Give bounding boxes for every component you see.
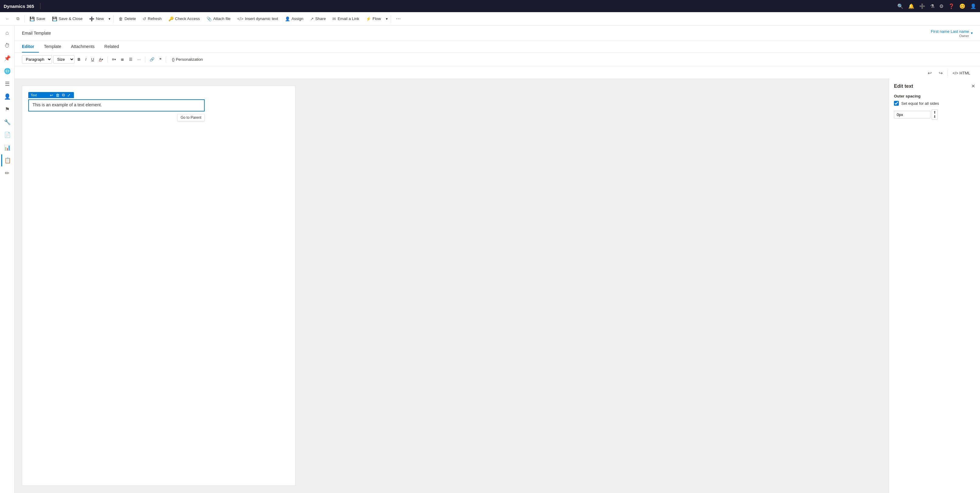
- owner-chevron-icon[interactable]: ▾: [971, 31, 973, 35]
- back-button[interactable]: ←: [2, 14, 13, 23]
- sidebar-item-list[interactable]: ☰: [1, 78, 13, 90]
- save-button[interactable]: 💾 Save: [27, 14, 48, 23]
- sidebar-item-edit[interactable]: ✏: [1, 167, 13, 179]
- content-area: Email Template First name Last name Owne…: [14, 25, 980, 493]
- paragraph-select[interactable]: Paragraph Heading 1 Heading 2: [22, 55, 52, 63]
- link-button[interactable]: 🔗: [148, 56, 156, 63]
- sidebar-item-flag[interactable]: ⚑: [1, 103, 13, 116]
- sidebar-item-globe[interactable]: 🌐: [1, 65, 13, 77]
- insert-dynamic-button[interactable]: </> Insert dynamic text: [234, 14, 281, 23]
- cmd-separator-3: [391, 15, 391, 22]
- bold-button[interactable]: B: [76, 56, 82, 63]
- tab-related[interactable]: Related: [99, 41, 124, 52]
- sidebar-item-chart[interactable]: 📊: [1, 141, 13, 154]
- sidebar-item-template[interactable]: 📋: [1, 154, 13, 166]
- sidebar-item-document[interactable]: 📄: [1, 129, 13, 141]
- owner-area[interactable]: First name Last name Owner ▾: [931, 29, 973, 41]
- undo-button[interactable]: ↩: [926, 69, 934, 77]
- italic-button[interactable]: I: [83, 56, 88, 63]
- equal-sides-checkbox[interactable]: [894, 101, 899, 106]
- text-content: This is an example of a text element.: [33, 102, 102, 107]
- text-copy-button[interactable]: ⧉: [61, 93, 66, 98]
- personalization-button[interactable]: {} Personalization: [170, 56, 205, 63]
- person-icon[interactable]: 👤: [970, 3, 976, 9]
- redo-button[interactable]: ↪: [937, 69, 945, 77]
- search-icon[interactable]: 🔍: [897, 3, 904, 9]
- attach-label: Attach file: [213, 16, 231, 21]
- tab-template[interactable]: Template: [39, 41, 66, 52]
- actions-divider: [947, 70, 948, 76]
- tab-attachments[interactable]: Attachments: [66, 41, 99, 52]
- tab-editor[interactable]: Editor: [22, 41, 39, 52]
- assign-button[interactable]: 👤 Assign: [282, 14, 307, 23]
- new-dropdown[interactable]: ▾: [107, 15, 111, 23]
- back-icon: ←: [5, 16, 10, 21]
- underline-button[interactable]: U: [89, 56, 96, 63]
- check-access-button[interactable]: 🔑 Check Access: [165, 14, 203, 23]
- help-icon[interactable]: ❓: [948, 3, 955, 9]
- editor-toolbar: Paragraph Heading 1 Heading 2 Size 12 14…: [14, 53, 980, 66]
- right-panel-close-button[interactable]: ✕: [971, 83, 975, 89]
- refresh-icon: ↺: [143, 16, 146, 21]
- html-button[interactable]: </> HTML: [950, 70, 973, 76]
- text-element-container[interactable]: Text ↩ 🗑 ⧉ ⤢ This is an example: [28, 99, 205, 111]
- text-element-box[interactable]: This is an example of a text element.: [28, 99, 205, 111]
- quote-button[interactable]: ❝: [158, 56, 163, 63]
- spacing-input[interactable]: [894, 111, 931, 119]
- more-format-button[interactable]: ···: [135, 56, 143, 63]
- attach-file-button[interactable]: 📎 Attach file: [204, 14, 234, 23]
- text-delete-button[interactable]: 🗑: [55, 93, 60, 98]
- email-link-button[interactable]: ✉ Email a Link: [329, 14, 362, 23]
- sidebar-item-wrench[interactable]: 🔧: [1, 116, 13, 128]
- editor-canvas[interactable]: Text ↩ 🗑 ⧉ ⤢ This is an example: [14, 78, 889, 493]
- main-layout: ⌂ ⏱ 📌 🌐 ☰ 👤 ⚑ 🔧 📄 📊 📋 ✏ Email Template F…: [0, 25, 980, 493]
- filter-icon[interactable]: ⚗: [930, 3, 934, 9]
- text-back-button[interactable]: ↩: [49, 93, 54, 98]
- new-button[interactable]: ➕ New: [86, 14, 107, 23]
- refresh-button[interactable]: ↺ Refresh: [140, 14, 165, 23]
- more-button[interactable]: ⋯: [393, 14, 403, 24]
- save-label: Save: [36, 16, 45, 21]
- font-color-button[interactable]: A ▾: [97, 56, 105, 63]
- align-button[interactable]: ≡▾: [110, 56, 118, 63]
- sidebar-item-person[interactable]: 👤: [1, 90, 13, 103]
- insert-dynamic-label: Insert dynamic text: [245, 16, 278, 21]
- email-link-label: Email a Link: [337, 16, 359, 21]
- plus-icon[interactable]: ➕: [919, 3, 925, 9]
- assign-label: Assign: [291, 16, 304, 21]
- toolbar-sep-2: [145, 57, 145, 63]
- owner-name[interactable]: First name Last name: [931, 29, 969, 34]
- sidebar-item-pin[interactable]: 📌: [1, 52, 13, 64]
- right-panel-header: Edit text ✕: [894, 83, 975, 89]
- size-select[interactable]: Size 12 14 16 18: [53, 55, 75, 63]
- page-header: Email Template First name Last name Owne…: [14, 25, 980, 41]
- email-link-icon: ✉: [332, 16, 336, 21]
- settings-icon[interactable]: ⚙: [939, 3, 943, 9]
- font-color-chevron: ▾: [102, 58, 103, 61]
- delete-button[interactable]: 🗑 Delete: [116, 14, 139, 23]
- go-to-parent-tooltip[interactable]: Go to Parent: [177, 114, 205, 121]
- bell-icon[interactable]: 🔔: [908, 3, 914, 9]
- flow-dropdown[interactable]: ▾: [385, 15, 389, 23]
- cmd-separator-2: [113, 15, 114, 22]
- app-title: Dynamics 365: [4, 4, 34, 9]
- sidebar-item-home[interactable]: ⌂: [1, 27, 13, 39]
- delete-label: Delete: [124, 16, 136, 21]
- insert-dynamic-icon: </>: [237, 16, 243, 21]
- save-close-button[interactable]: 💾 Save & Close: [49, 14, 86, 23]
- share-button[interactable]: ↗ Share: [307, 14, 329, 23]
- ordered-list-button[interactable]: ≣: [119, 56, 126, 63]
- sidebar-item-recent[interactable]: ⏱: [1, 40, 13, 52]
- right-panel-title: Edit text: [894, 84, 913, 89]
- unordered-list-button[interactable]: ☰: [127, 56, 134, 63]
- personalization-icon: {}: [172, 57, 175, 62]
- spacing-spinbutton[interactable]: ⬆⬇: [932, 109, 938, 120]
- font-color-icon: A: [99, 57, 102, 62]
- popup-button[interactable]: ⧉: [13, 14, 22, 23]
- editor-area: Paragraph Heading 1 Heading 2 Size 12 14…: [14, 53, 980, 493]
- smiley-icon[interactable]: 😊: [959, 3, 966, 9]
- flow-button[interactable]: ⚡ Flow: [363, 14, 384, 23]
- text-move-button[interactable]: ⤢: [66, 93, 72, 98]
- personalization-label: Personalization: [176, 57, 203, 62]
- share-icon: ↗: [310, 16, 314, 21]
